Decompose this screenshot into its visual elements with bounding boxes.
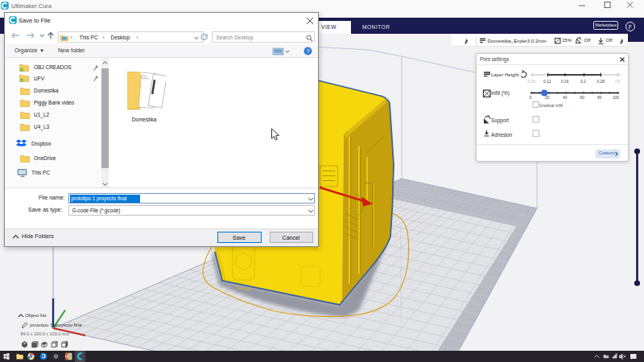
svg-text:?: ? bbox=[306, 47, 309, 55]
